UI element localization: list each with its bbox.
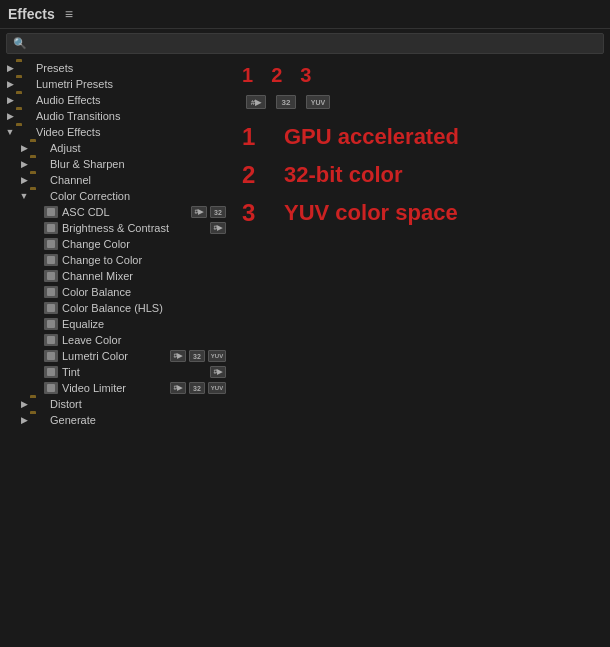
folder-icon: [16, 110, 32, 122]
tree-item-asc-cdl[interactable]: ASC CDL#▶32: [0, 204, 230, 220]
32bit-badge-header: 32: [276, 95, 296, 109]
effect-icon: [44, 318, 58, 330]
effect-icon: [44, 254, 58, 266]
folder-icon: [16, 62, 32, 74]
tree-label: Brightness & Contrast: [62, 222, 169, 234]
toggle-arrow[interactable]: ▶: [18, 143, 30, 153]
tree-label: ASC CDL: [62, 206, 110, 218]
tree-item-leave-color[interactable]: Leave Color: [0, 332, 230, 348]
tree-label: Adjust: [50, 142, 81, 154]
anno-section-num-2: 2: [242, 161, 272, 189]
tree-label: Generate: [50, 414, 96, 426]
folder-icon: [30, 414, 46, 426]
tree-label: Video Limiter: [62, 382, 126, 394]
tree-item-change-color[interactable]: Change Color: [0, 236, 230, 252]
folder-icon: [30, 174, 46, 186]
anno-section-num-3: 3: [242, 199, 272, 227]
toggle-arrow[interactable]: ▶: [18, 415, 30, 425]
anno-top-row: 1 2 3: [242, 64, 598, 87]
32bit-badge: 32: [210, 206, 226, 218]
toggle-arrow[interactable]: ▶: [18, 159, 30, 169]
folder-icon: [16, 126, 32, 138]
tree-label: Leave Color: [62, 334, 121, 346]
toggle-arrow[interactable]: ▶: [4, 63, 16, 73]
tree-item-video-limiter[interactable]: Video Limiter#▶32YUV: [0, 380, 230, 396]
32bit-badge: 32: [189, 350, 205, 362]
tree-label: Video Effects: [36, 126, 100, 138]
gpu-badge: #▶: [210, 366, 226, 378]
tree-item-lumetri-color[interactable]: Lumetri Color#▶32YUV: [0, 348, 230, 364]
left-panel: ▶Presets▶Lumetri Presets▶Audio Effects▶A…: [0, 58, 230, 647]
gpu-badge-header: #▶: [246, 95, 266, 109]
tree-item-color-balance-hls[interactable]: Color Balance (HLS): [0, 300, 230, 316]
menu-icon[interactable]: ≡: [65, 6, 73, 22]
tree-label: Change Color: [62, 238, 130, 250]
toggle-arrow[interactable]: ▶: [18, 175, 30, 185]
gpu-badge: #▶: [210, 222, 226, 234]
anno-section-num-1: 1: [242, 123, 272, 151]
tree-badges: #▶32YUV: [170, 382, 226, 394]
gpu-badge: #▶: [170, 382, 186, 394]
anno-section-3: 3 YUV color space: [242, 199, 598, 227]
folder-icon: [30, 190, 46, 202]
tree-label: Equalize: [62, 318, 104, 330]
effect-icon: [44, 238, 58, 250]
tree-item-color-correction[interactable]: ▼Color Correction: [0, 188, 230, 204]
tree-label: Channel Mixer: [62, 270, 133, 282]
toggle-arrow[interactable]: ▶: [4, 79, 16, 89]
tree-item-audio-transitions[interactable]: ▶Audio Transitions: [0, 108, 230, 124]
gpu-badge: #▶: [170, 350, 186, 362]
tree-item-adjust[interactable]: ▶Adjust: [0, 140, 230, 156]
toggle-arrow[interactable]: ▼: [4, 127, 16, 137]
tree-item-equalize[interactable]: Equalize: [0, 316, 230, 332]
tree-item-generate[interactable]: ▶Generate: [0, 412, 230, 428]
tree-label: Color Balance (HLS): [62, 302, 163, 314]
search-icon: 🔍: [13, 37, 27, 50]
tree-item-blur-sharpen[interactable]: ▶Blur & Sharpen: [0, 156, 230, 172]
tree-item-video-effects[interactable]: ▼Video Effects: [0, 124, 230, 140]
tree-item-color-balance[interactable]: Color Balance: [0, 284, 230, 300]
effect-icon: [44, 270, 58, 282]
tree-label: Audio Transitions: [36, 110, 120, 122]
anno-num-3: 3: [300, 64, 311, 87]
search-bar: 🔍: [6, 33, 604, 54]
effect-icon: [44, 350, 58, 362]
tree-badges: #▶: [210, 222, 226, 234]
tree-item-channel-mixer[interactable]: Channel Mixer: [0, 268, 230, 284]
tree-label: Distort: [50, 398, 82, 410]
folder-icon: [30, 142, 46, 154]
tree-label: Presets: [36, 62, 73, 74]
effect-icon: [44, 206, 58, 218]
search-input[interactable]: [31, 38, 597, 50]
tree-item-presets[interactable]: ▶Presets: [0, 60, 230, 76]
tree-label: Tint: [62, 366, 80, 378]
tree-label: Change to Color: [62, 254, 142, 266]
tree-item-distort[interactable]: ▶Distort: [0, 396, 230, 412]
toggle-arrow[interactable]: ▶: [4, 95, 16, 105]
tree-item-tint[interactable]: Tint#▶: [0, 364, 230, 380]
tree-item-channel[interactable]: ▶Channel: [0, 172, 230, 188]
tree-badges: #▶: [210, 366, 226, 378]
tree-item-audio-effects[interactable]: ▶Audio Effects: [0, 92, 230, 108]
tree-item-brightness-contrast[interactable]: Brightness & Contrast#▶: [0, 220, 230, 236]
tree-label: Lumetri Color: [62, 350, 128, 362]
tree-badges: #▶32YUV: [170, 350, 226, 362]
toggle-arrow[interactable]: ▶: [4, 111, 16, 121]
tree-label: Lumetri Presets: [36, 78, 113, 90]
tree-item-lumetri-presets[interactable]: ▶Lumetri Presets: [0, 76, 230, 92]
anno-section-2: 2 32-bit color: [242, 161, 598, 189]
gpu-badge: #▶: [191, 206, 207, 218]
anno-section-1: 1 GPU accelerated: [242, 123, 598, 151]
toggle-arrow[interactable]: ▶: [18, 399, 30, 409]
effect-icon: [44, 334, 58, 346]
32bit-badge: 32: [189, 382, 205, 394]
tree-label: Channel: [50, 174, 91, 186]
yuv-badge: YUV: [208, 382, 226, 394]
yuv-badge: YUV: [208, 350, 226, 362]
tree-label: Color Correction: [50, 190, 130, 202]
folder-icon: [30, 398, 46, 410]
anno-section-text-3: YUV color space: [284, 200, 458, 226]
main-layout: ▶Presets▶Lumetri Presets▶Audio Effects▶A…: [0, 58, 610, 647]
toggle-arrow[interactable]: ▼: [18, 191, 30, 201]
tree-item-change-to-color[interactable]: Change to Color: [0, 252, 230, 268]
